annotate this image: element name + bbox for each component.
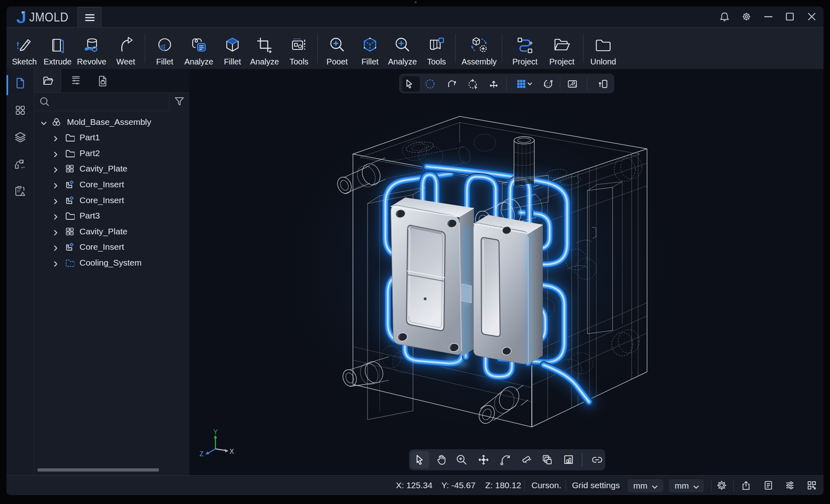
svg-text:Z: Z (200, 450, 204, 457)
svg-text:Y: Y (213, 429, 218, 435)
svg-text:X: X (230, 448, 234, 455)
